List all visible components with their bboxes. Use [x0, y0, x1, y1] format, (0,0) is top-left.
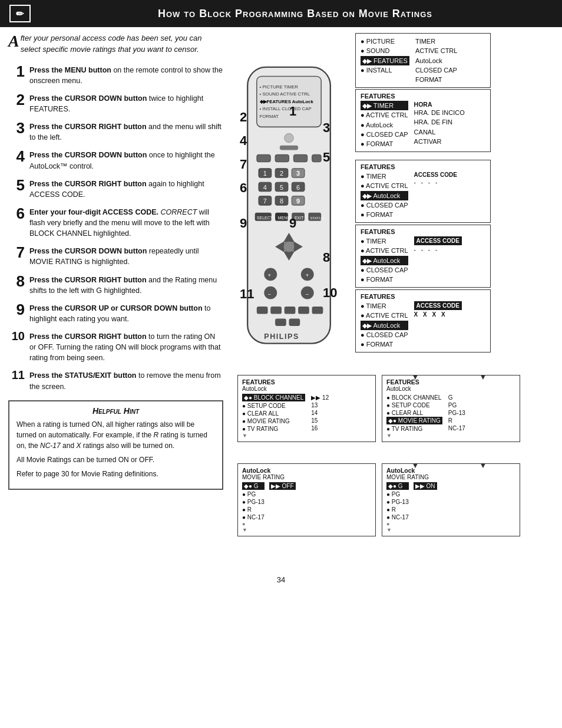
panel-item-autolock4-hl: ◆▶ AutoLock — [361, 256, 408, 265]
svg-rect-9 — [257, 154, 270, 162]
badge-8: 8 — [323, 250, 330, 265]
svg-rect-11 — [293, 154, 307, 162]
svg-text:+: + — [268, 272, 271, 278]
hint-para-2: All Movie Ratings can be turned ON or OF… — [16, 454, 215, 465]
panel-g-on: AutoLock MOVIE RATING ◆● G ● PG ● PG-13 … — [382, 463, 520, 536]
panel-item-format: FORMAT — [415, 75, 458, 84]
panel-6-r14: 14 — [311, 409, 329, 417]
svg-text:MENU: MENU — [278, 216, 290, 220]
panel-item-timer4: ● TIMER — [361, 236, 408, 246]
hint-box: Helpful Hint When a rating is turned ON,… — [8, 400, 223, 490]
panel-8a-cols: ◆● G ● PG ● PG-13 ● R ● NC-17 ● ▼ ▶▶ OFF — [242, 482, 371, 533]
panel-item-activectrl: ACTIVE CTRL — [415, 46, 458, 55]
step-number-6: 6 — [8, 206, 25, 221]
panel-6-r12: ▶▶ 12 — [311, 394, 329, 401]
panel-3-right: ACCESS CODE - - - - — [414, 172, 457, 219]
panel-6-clearall: ● CLEAR ALL — [242, 410, 305, 417]
step-number-7: 7 — [8, 245, 25, 260]
page-number: 34 — [0, 569, 562, 590]
panel-7-cols: ● BLOCK CHANNEL ● SETUP CODE ● CLEAR ALL… — [386, 394, 515, 439]
panel-item-autolock: AutoLock — [415, 56, 458, 65]
panel-2-hora: HORA — [414, 101, 465, 108]
step-number-3: 3 — [8, 120, 25, 136]
panel-6-subtitle: AutoLock — [242, 386, 371, 392]
badge-2: 2 — [240, 110, 247, 125]
panel-2-right: HORA HRA. DE INCICO HRA. DE FIN CANAL AC… — [414, 101, 465, 149]
panel-7-right: G PG PG-13 R NC-17 — [448, 394, 465, 439]
step-text-2: Press the CURSOR DOWN button twice to hi… — [29, 92, 223, 114]
panel-1-left: ● PICTURE ● SOUND ◆▶ FEATURES ● INSTALL — [361, 37, 409, 84]
badge-3: 3 — [323, 120, 330, 136]
panel-7-movierating-hl: ◆● MOVIE RATING — [386, 417, 442, 424]
hint-para-3: Refer to page 30 for Movie Rating defini… — [16, 469, 215, 479]
panel-item-autolock2: ● AutoLock — [361, 120, 408, 130]
panel-6-tvrating: ● TV RATING — [242, 425, 305, 433]
panel-item-timer-hl: ◆▶ TIMER — [361, 101, 408, 110]
panel-6-left: ◆● BLOCK CHANNEL ● SETUP CODE ● CLEAR AL… — [242, 394, 305, 439]
panel-1-right: TIMER ACTIVE CTRL AutoLock CLOSED CAP FO… — [415, 37, 458, 84]
panel-4-right: ACCESS CODE - - - - — [414, 236, 462, 284]
panel-8a-g-hl: ◆● G — [242, 482, 265, 490]
panel-4-cols: ● TIMER ● ACTIVE CTRL ◆▶ AutoLock ● CLOS… — [361, 236, 485, 284]
panel-5-xxxx: X X X X — [414, 311, 462, 318]
panel-8b-bullet: ● — [386, 521, 409, 527]
intro-paragraph: A fter your personal access code has bee… — [8, 33, 223, 55]
hint-para-1: When a rating is turned ON, all higher r… — [16, 419, 215, 451]
step-number-4: 4 — [8, 149, 25, 164]
panel-autolock-code: FEATURES ● TIMER ● ACTIVE CTRL ◆▶ AutoLo… — [355, 160, 508, 228]
svg-text:PHILIPS: PHILIPS — [264, 332, 299, 341]
diagram-column: • PICTURE TIMER • SOUND ACTIVE CTRL ◆▶FE… — [232, 33, 554, 564]
menu-panel-1: ● PICTURE ● SOUND ◆▶ FEATURES ● INSTALL … — [355, 33, 491, 88]
panel-item-picture: ● PICTURE — [361, 37, 409, 46]
panel-8a-down-arr: ▼ — [242, 527, 265, 533]
content-area: A fter your personal access code has bee… — [0, 27, 562, 569]
page-header: ✏ How to Block Programming Based on Movi… — [0, 0, 562, 27]
panel-item-closedcap4: ● CLOSED CAP — [361, 265, 408, 275]
panel-8b-down-arr: ▼ — [386, 527, 409, 533]
step-number-8: 8 — [8, 274, 25, 289]
badge-11: 11 — [240, 286, 254, 302]
hint-title: Helpful Hint — [16, 406, 215, 416]
svg-rect-54 — [285, 307, 296, 314]
panel-5-right: ACCESS CODE X X X X — [414, 301, 462, 349]
arrow-down-4: ▼ — [479, 460, 487, 470]
panel-8b-title: AutoLock — [386, 467, 515, 474]
panel-item-activectrl2: ● ACTIVE CTRL — [361, 110, 408, 120]
svg-rect-53 — [270, 307, 282, 314]
step-number-9: 9 — [8, 302, 25, 317]
step-item: 6 Enter your four-digit ACCESS CODE. COR… — [8, 206, 223, 239]
badge-9b: 9 — [289, 216, 296, 231]
svg-rect-55 — [298, 307, 309, 314]
step-item: 5 Press the CURSOR RIGHT button again to… — [8, 177, 223, 200]
panel-6-r15: 15 — [311, 417, 329, 424]
panel-7-clearall: ● CLEAR ALL — [386, 409, 442, 417]
panel-item-format2: ● FORMAT — [361, 139, 408, 149]
header-icon: ✏ — [9, 5, 31, 22]
step-item: 4 Press the CURSOR DOWN button once to h… — [8, 149, 223, 171]
svg-rect-8 — [280, 146, 298, 150]
panel-4-dashes: - - - - — [414, 246, 462, 253]
panel-3-dashes: - - - - — [414, 179, 457, 186]
panel-8b-on-hl: ▶▶ ON — [414, 482, 437, 490]
panel-4-left: ● TIMER ● ACTIVE CTRL ◆▶ AutoLock ● CLOS… — [361, 236, 408, 284]
badge-1: 1 — [289, 104, 296, 119]
panel-8b-r: ● R — [386, 506, 409, 513]
step-item: 1 Press the MENU button on the remote co… — [8, 64, 223, 86]
panel-item-features-hl: ◆▶ FEATURES — [361, 56, 409, 65]
bottom-features-panels: FEATURES AutoLock ◆● BLOCK CHANNEL ● SET… — [237, 375, 520, 442]
panel-item-canal: CANAL — [414, 127, 465, 137]
panel-3-accesscode: ACCESS CODE — [414, 172, 457, 178]
step-text-10: Press the CURSOR RIGHT button to turn th… — [29, 330, 223, 363]
panel-8b-pg13: ● PG-13 — [386, 498, 409, 506]
arrow-down-2: ▼ — [479, 372, 487, 381]
panel-7-rnc17: NC-17 — [448, 424, 465, 432]
panel-8a-off-hl: ▶▶ OFF — [269, 482, 296, 490]
arrow-down-1: ▼ — [411, 372, 419, 381]
step-item: 9 Press the CURSOR UP or CURSOR DOWN but… — [8, 302, 223, 324]
panel-1-cols: ● PICTURE ● SOUND ◆▶ FEATURES ● INSTALL … — [361, 37, 485, 84]
hint-text: When a rating is turned ON, all higher r… — [16, 419, 215, 479]
panel-6-down-arr: ▼ — [242, 433, 305, 439]
panel-4-accesscode-hl: ACCESS CODE — [414, 236, 462, 245]
page-title: How to Block Programming Based on Movie … — [38, 8, 553, 20]
panel-8a-left: ◆● G ● PG ● PG-13 ● R ● NC-17 ● ▼ — [242, 482, 265, 533]
